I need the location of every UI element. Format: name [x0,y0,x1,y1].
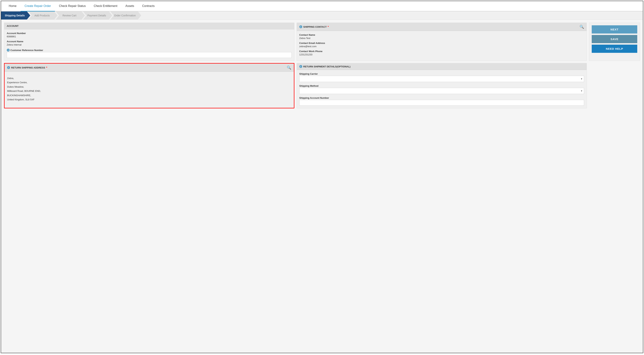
shipping-method-select[interactable] [299,88,584,94]
shipment-details-header: i RETURN SHIPMENT DETAILS(OPTIONAL) [297,63,587,70]
return-address-search-icon[interactable]: 🔍 [287,66,291,70]
need-help-button[interactable]: NEED HELP [592,45,637,53]
shipping-contact-header: i SHIPPING CONTACT * 🔍 [297,23,587,31]
customer-ref-input[interactable] [7,52,292,58]
step-order-confirmation[interactable]: Order Confirmation [110,12,141,20]
shipping-carrier-select-wrapper [299,76,584,82]
contact-name-value: Zebra Test [299,37,584,40]
return-address-text: Zebra, Experience Centre, Dukes Meadow, … [7,74,291,104]
nav-create-repair-order[interactable]: Create Repair Order [20,1,55,12]
shipment-details-panel: i RETURN SHIPMENT DETAILS(OPTIONAL) Ship… [296,63,587,108]
customer-ref-info-icon: i [7,49,10,52]
account-panel: ACCOUNT Account Number 6088861 Account N… [4,22,294,61]
nav-check-entitlement[interactable]: Check Entitlement [90,1,121,11]
nav-check-repair-status[interactable]: Check Repair Status [55,1,90,11]
return-address-header: i RETURN SHIPPING ADDRESS * 🔍 [4,64,294,72]
shipping-contact-title: SHIPPING CONTACT [303,26,327,28]
shipping-contact-panel: i SHIPPING CONTACT * 🔍 Contact Name Zebr… [296,22,587,61]
nav-assets[interactable]: Assets [121,1,138,11]
return-address-info-icon: i [7,66,10,69]
shipping-contact-info-icon: i [299,25,302,28]
step-review-cart[interactable]: Review Cart [56,12,85,20]
nav-home[interactable]: Home [5,1,20,11]
return-address-title: RETURN SHIPPING ADDRESS [11,66,45,69]
shipment-details-info-icon: i [299,65,302,68]
shipping-method-select-wrapper [299,88,584,94]
steps-bar: Shipping Details Add Products Review Car… [1,12,643,20]
shipping-method-label: Shipping Method [299,84,584,87]
main-content: ACCOUNT Account Number 6088861 Account N… [1,20,643,353]
shipping-contact-search-icon[interactable]: 🔍 [580,24,584,29]
shipment-details-body: Shipping Carrier Shipping Method Shippin… [297,70,587,108]
next-button[interactable]: NEXT [592,25,637,34]
customer-ref-label: i Customer Reference Number [7,49,292,52]
contact-phone-value: 1231231233 [299,53,584,56]
account-name-label: Account Name [7,40,292,43]
right-spacer [589,63,640,108]
shipping-account-number-input[interactable] [299,100,584,106]
shipment-details-title: RETURN SHIPMENT DETAILS(OPTIONAL) [303,65,350,68]
shipping-account-number-label: Shipping Account Number [299,96,584,99]
return-address-body: Zebra, Experience Centre, Dukes Meadow, … [4,72,294,106]
contact-name-label: Contact Name [299,34,584,36]
shipping-carrier-label: Shipping Carrier [299,72,584,75]
account-panel-body: Account Number 6088861 Account Name Zebr… [4,29,294,60]
account-title: ACCOUNT [7,24,18,27]
nav-contracts[interactable]: Contracts [138,1,158,11]
step-payment-details[interactable]: Payment Details [83,12,112,20]
account-panel-header: ACCOUNT [4,23,294,29]
save-button[interactable]: SAVE [592,35,637,43]
return-address-required: * [46,66,47,69]
top-navigation: Home Create Repair Order Check Repair St… [1,1,643,12]
contact-phone-label: Contact Work Phone [299,50,584,53]
contact-email-value: zebra@test.com [299,45,584,48]
shipping-carrier-select[interactable] [299,76,584,82]
step-add-products[interactable]: Add Products [28,12,58,20]
account-name-value: Zebra Internal [7,43,292,46]
contact-email-label: Contact Email Address [299,42,584,44]
customer-ref-section: i Customer Reference Number [7,49,292,58]
shipping-contact-body: Contact Name Zebra Test Contact Email Ad… [297,31,587,61]
account-number-label: Account Number [7,32,292,34]
return-address-panel: i RETURN SHIPPING ADDRESS * 🔍 Zebra, Exp… [4,63,294,108]
step-shipping-details[interactable]: Shipping Details [1,12,30,20]
account-number-value: 6088861 [7,35,292,38]
actions-panel: NEXT SAVE NEED HELP [589,22,640,61]
shipping-contact-required: * [328,25,329,28]
